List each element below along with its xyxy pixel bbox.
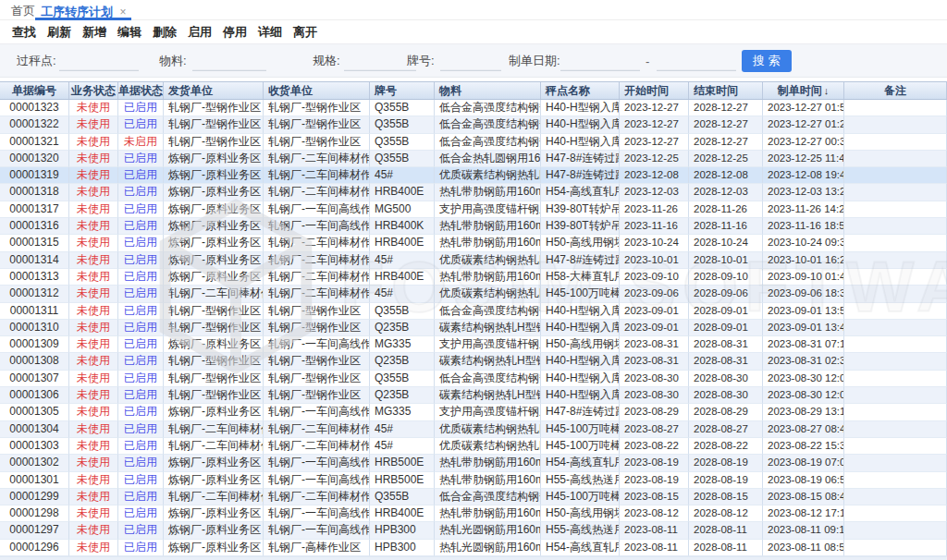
cell-created_time: 2023-08-29 13:16 [763,404,844,420]
cell-grade: 45# [370,167,435,184]
cell-created_time: 2023-09-01 13:49 [763,320,844,336]
cell-receiver: 轧钢厂-二车间棒材作业区 [264,252,370,269]
doc-date-to-input[interactable] [657,52,736,70]
cell-start_time: 2023-12-27 [620,116,689,133]
col-header-biz-status[interactable]: 业务状态 [69,82,118,99]
table-row[interactable]: 00001320未使用已启用炼钢厂-原料业务区轧钢厂-二车间棒材作业区Q355B… [0,151,947,167]
cell-start_time: 2023-08-12 [620,505,689,522]
table-row[interactable]: 00001315未使用已启用炼钢厂-原料业务区轧钢厂-二车间棒材作业区HRB40… [0,235,947,251]
table-row[interactable]: 00001310未使用已启用轧钢厂-型钢作业区轧钢厂-型钢作业区Q235B碳素结… [0,320,947,336]
cell-sender: 炼钢厂-原料业务区 [164,184,264,201]
cell-material: 优质碳素结构钢热轧圆钢- [435,421,541,438]
cell-receiver: 轧钢厂-型钢作业区 [264,353,370,370]
cell-doc_no: 00001303 [0,438,69,455]
table-row[interactable]: 00001296未使用已启用炼钢厂-原料业务区轧钢厂-高棒作业区HPB300热轧… [0,540,947,556]
doc-date-from-input[interactable] [560,52,640,70]
weigh-point-input[interactable] [59,52,139,70]
toolbar-button-disable[interactable]: 停用 [223,24,247,41]
toolbar-button-refresh[interactable]: 刷新 [47,24,71,41]
search-button[interactable]: 搜 索 [742,50,792,72]
cell-doc_no: 00001309 [0,336,69,353]
close-tab-icon[interactable]: × [119,6,126,18]
col-header-start-time[interactable]: 开始时间 [620,82,689,99]
cell-material: 低合金高强度结构钢热轧H型钢 [435,100,541,116]
col-header-sender[interactable]: 发货单位 [164,82,264,99]
table-row[interactable]: 00001313未使用已启用炼钢厂-原料业务区轧钢厂-二车间棒材作业区HRB40… [0,269,947,286]
cell-weigh_point: H47-8#连铸过跨小车计量 [541,151,620,167]
cell-end_time: 2028-09-01 [689,303,763,320]
table-row[interactable]: 00001317未使用已启用炼钢厂-原料业务区轧钢厂-一车间高线作业区MG500… [0,201,947,218]
cell-receiver: 轧钢厂-型钢作业区 [264,134,370,151]
cell-receiver: 轧钢厂-二车间棒材作业区 [264,489,370,505]
cell-doc_no: 00001322 [0,116,69,133]
tab-home[interactable]: 首页 [11,3,35,19]
cell-receiver: 轧钢厂-二车间棒材作业区 [264,184,370,201]
cell-end_time: 2028-12-27 [689,100,763,116]
toolbar-button-leave[interactable]: 离开 [293,24,317,41]
table-row[interactable]: 00001301未使用已启用炼钢厂-原料业务区轧钢厂-一车间高线作业区HRB50… [0,472,947,489]
toolbar-button-detail[interactable]: 详细 [258,24,282,41]
col-header-weigh-point[interactable]: 秤点名称 [541,82,620,99]
table-row[interactable]: 00001299未使用已启用轧钢厂-二车间棒材作业区轧钢厂-二车间棒材作业区Q3… [0,489,947,505]
cell-remark [844,100,947,116]
cell-start_time: 2023-08-19 [620,455,689,471]
table-row[interactable]: 00001298未使用已启用炼钢厂-原料业务区轧钢厂-一车间高线作业区HRB40… [0,505,947,522]
cell-biz_status: 未使用 [69,134,118,151]
table-row[interactable]: 00001307未使用已启用轧钢厂-型钢作业区轧钢厂-型钢作业区Q355B低合金… [0,371,947,387]
cell-created_time: 2023-08-11 09:11 [763,522,844,539]
toolbar-button-find[interactable]: 查找 [12,24,36,41]
table-row[interactable]: 00001312未使用已启用轧钢厂-二车间棒材作业区轧钢厂-二车间棒材作业区45… [0,286,947,302]
col-header-end-time[interactable]: 结束时间 [689,82,763,99]
cell-end_time: 2028-08-30 [689,371,763,387]
toolbar-button-enable[interactable]: 启用 [188,24,212,41]
table-row[interactable]: 00001321未使用未启用轧钢厂-型钢作业区轧钢厂-型钢作业区Q355B低合金… [0,134,947,151]
cell-doc_no: 00001306 [0,387,69,404]
col-header-remark[interactable]: 备注 [844,82,947,99]
toolbar-button-delete[interactable]: 删除 [153,24,177,41]
col-header-material[interactable]: 物料 [435,82,541,99]
cell-end_time: 2028-09-06 [689,286,763,302]
col-header-grade[interactable]: 牌号 [370,82,435,99]
sort-desc-icon[interactable]: ↓ [824,85,830,96]
col-header-doc-status[interactable]: 单据状态 [118,82,164,99]
cell-doc_no: 00001299 [0,489,69,505]
table-row[interactable]: 00001316未使用已启用炼钢厂-原料业务区轧钢厂-一车间高线作业区HRB40… [0,218,947,235]
cell-sender: 炼钢厂-原料业务区 [164,167,264,184]
table-row[interactable]: 00001304未使用已启用轧钢厂-二车间棒材作业区轧钢厂-二车间棒材作业区45… [0,421,947,438]
tab-process-transfer-plan[interactable]: 工序转序计划 × [35,0,131,20]
cell-weigh_point: H39-80T转炉吊杆（s [541,201,620,218]
material-input[interactable] [192,52,266,70]
col-header-doc-no[interactable]: 单据编号 [0,82,69,99]
toolbar-button-edit[interactable]: 编辑 [117,24,141,41]
cell-receiver: 轧钢厂-高棒作业区 [264,540,370,556]
table-row[interactable]: 00001319未使用已启用炼钢厂-原料业务区轧钢厂-二车间棒材作业区45#优质… [0,167,947,184]
table-row[interactable]: 00001302未使用已启用炼钢厂-原料业务区轧钢厂-一车间高线作业区HRB50… [0,455,947,471]
cell-receiver: 轧钢厂-一车间高线作业区 [264,404,370,420]
cell-remark [844,421,947,438]
table-row[interactable]: 00001322未使用已启用轧钢厂-型钢作业区轧钢厂-型钢作业区Q355B低合金… [0,116,947,133]
table-row[interactable]: 00001314未使用已启用炼钢厂-原料业务区轧钢厂-二车间棒材作业区45#优质… [0,252,947,269]
cell-material: 支护用高强度锚杆钢用160mm方坯 [435,201,541,218]
col-header-created-time[interactable]: 制单时间 ↓ [763,82,844,99]
cell-start_time: 2023-08-30 [620,371,689,387]
cell-doc_no: 00001315 [0,235,69,251]
table-row[interactable]: 00001305未使用已启用炼钢厂-原料业务区轧钢厂-一车间高线作业区MG335… [0,404,947,420]
cell-sender: 炼钢厂-原料业务区 [164,404,264,420]
col-header-receiver[interactable]: 收货单位 [264,82,370,99]
cell-doc_no: 00001314 [0,252,69,269]
cell-weigh_point: H58-大棒直轧用坯 [541,269,620,286]
grade-input[interactable] [440,52,501,70]
table-row[interactable]: 00001308未使用已启用轧钢厂-型钢作业区轧钢厂-型钢作业区Q235B碳素结… [0,353,947,370]
cell-created_time: 2023-09-10 01:41 [763,269,844,286]
spec-input[interactable] [344,52,416,70]
table-row[interactable]: 00001309未使用已启用炼钢厂-原料业务区轧钢厂-一车间高线作业区MG335… [0,336,947,353]
table-row[interactable]: 00001311未使用已启用轧钢厂-型钢作业区轧钢厂-型钢作业区Q355B低合金… [0,303,947,320]
toolbar-button-add[interactable]: 新增 [82,24,106,41]
table-row[interactable]: 00001303未使用已启用轧钢厂-二车间棒材作业区轧钢厂-二车间棒材作业区45… [0,438,947,455]
cell-biz_status: 未使用 [69,404,118,420]
table-row[interactable]: 00001318未使用已启用炼钢厂-原料业务区轧钢厂-二车间棒材作业区HRB40… [0,184,947,201]
table-row[interactable]: 00001323未使用已启用轧钢厂-型钢作业区轧钢厂-型钢作业区Q355B低合金… [0,100,947,116]
table-row[interactable]: 00001306未使用已启用轧钢厂-型钢作业区轧钢厂-型钢作业区Q235B碳素结… [0,387,947,404]
cell-doc_status: 已启用 [118,184,164,201]
table-row[interactable]: 00001297未使用已启用炼钢厂-原料业务区轧钢厂-一车间高线作业区HPB30… [0,522,947,539]
